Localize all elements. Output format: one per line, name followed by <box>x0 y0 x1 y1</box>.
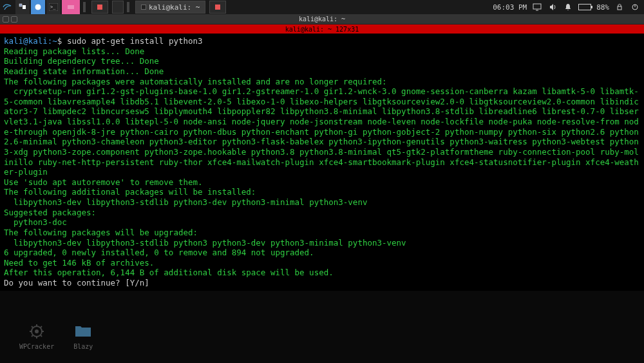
svg-point-14 <box>35 329 39 333</box>
prompt-path: :~ <box>48 36 57 46</box>
prompt-at: @ <box>23 36 28 46</box>
battery-percent: 88% <box>596 3 609 12</box>
output-line: The following additional packages will b… <box>4 187 256 197</box>
svg-rect-10 <box>618 6 621 10</box>
window-titlebar[interactable]: kali@kali: ~ <box>0 14 644 25</box>
clock[interactable]: 06:03 PM <box>493 3 527 12</box>
output-line: 6 upgraded, 0 newly installed, 0 to remo… <box>4 248 314 257</box>
terminal-window: kali@kali: ~ kali@kali: ~ 127x31 kali@ka… <box>0 14 644 291</box>
terminal-tab[interactable]: kali@kali: ~ 127x31 <box>0 25 644 34</box>
terminal-content[interactable]: kali@kali:~$ sudo apt-get install python… <box>0 34 644 291</box>
desktop-icon-label: WPCracker <box>19 343 54 350</box>
output-line: Suggested packages: <box>4 208 96 217</box>
svg-line-19 <box>32 326 33 328</box>
output-line: The following packages will be upgraded: <box>4 228 198 237</box>
panel-right: 06:03 PM 88% <box>493 0 644 14</box>
output-line: Use 'sudo apt autoremove' to remove them… <box>4 177 203 187</box>
kali-menu-icon[interactable] <box>0 0 14 14</box>
separator <box>83 2 86 12</box>
svg-line-20 <box>41 335 42 337</box>
svg-text:>_: >_ <box>50 5 56 10</box>
prompt-host: kali <box>28 36 48 46</box>
volume-icon[interactable] <box>547 2 558 12</box>
gear-icon <box>28 322 46 340</box>
window-controls <box>3 16 17 23</box>
output-line: Reading state information... Done <box>4 66 164 76</box>
svg-rect-7 <box>68 5 74 9</box>
workspace-2[interactable] <box>112 1 124 14</box>
output-packages: libpython3-dev libpython3-stdlib python3… <box>4 197 367 207</box>
lock-icon[interactable] <box>614 2 625 12</box>
taskbar-label: kali@kali: ~ <box>149 3 200 12</box>
output-packages: libpython3-dev libpython3-stdlib python3… <box>4 238 406 248</box>
app-icon[interactable] <box>62 0 80 14</box>
tab-label: kali@kali: ~ 127x31 <box>285 26 359 33</box>
browser-icon[interactable] <box>31 0 45 14</box>
desktop-icon-wpcracker[interactable]: WPCracker <box>19 322 54 350</box>
desktop-icon-label: Blazy <box>73 343 93 350</box>
output-line: The following packages were automaticall… <box>4 77 387 86</box>
window-control[interactable] <box>11 16 17 23</box>
display-icon[interactable] <box>532 2 542 12</box>
desktop-icons: WPCracker Blazy <box>19 322 93 350</box>
panel-left: >_ kali@kali: ~ <box>0 0 226 14</box>
separator <box>127 2 129 12</box>
workspace-1[interactable] <box>91 1 108 14</box>
top-panel: >_ kali@kali: ~ 06:03 PM 88% <box>0 0 644 14</box>
terminal-icon[interactable]: >_ <box>46 0 61 14</box>
svg-rect-1 <box>23 5 26 9</box>
output-line: Reading package lists... Done <box>4 46 144 56</box>
output-line: After this operation, 6,144 B of additio… <box>4 268 334 277</box>
files-icon[interactable] <box>15 0 30 14</box>
continue-prompt: Do you want to continue? [Y/n] <box>4 278 154 288</box>
command-text: sudo apt-get install python3 <box>67 36 203 46</box>
window-control[interactable] <box>3 16 9 23</box>
folder-icon <box>74 322 92 340</box>
taskbar-item-2[interactable] <box>209 1 226 14</box>
output-packages: python3-doc <box>4 217 67 227</box>
prompt-user: kali <box>4 36 23 46</box>
svg-line-22 <box>41 326 42 328</box>
battery-icon[interactable] <box>578 4 591 10</box>
prompt-symbol: $ <box>57 36 67 46</box>
notifications-icon[interactable] <box>563 2 573 12</box>
window-title: kali@kali: ~ <box>299 15 345 23</box>
svg-rect-8 <box>533 4 541 9</box>
output-packages: cryptsetup-run gir1.2-gst-plugins-base-1… <box>4 86 639 177</box>
svg-line-21 <box>32 335 33 337</box>
output-line: Building dependency tree... Done <box>4 56 159 66</box>
desktop-icon-blazy[interactable]: Blazy <box>73 322 93 350</box>
power-icon[interactable] <box>630 2 640 12</box>
svg-rect-0 <box>19 4 22 6</box>
output-line: Need to get 146 kB of archives. <box>4 258 154 268</box>
taskbar-terminal[interactable]: kali@kali: ~ <box>135 1 205 14</box>
